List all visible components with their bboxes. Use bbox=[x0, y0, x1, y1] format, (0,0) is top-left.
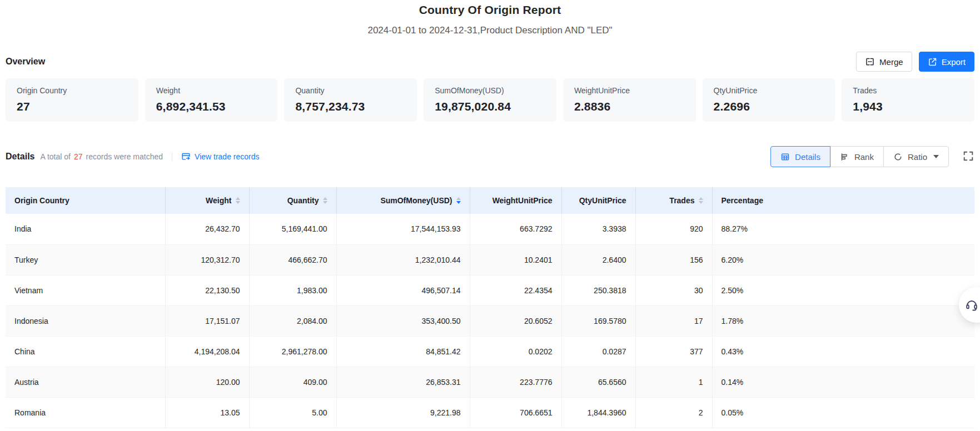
cell-weight: 22,130.50 bbox=[165, 275, 249, 305]
cell-sum_usd: 84,851.42 bbox=[336, 336, 470, 367]
toolbar-actions: Merge Export bbox=[856, 52, 974, 72]
table-icon bbox=[780, 152, 790, 162]
cell-trades: 377 bbox=[635, 336, 712, 367]
stat-card-label: QtyUnitPrice bbox=[714, 86, 824, 95]
details-heading: Details bbox=[6, 152, 34, 162]
column-label: Trades bbox=[669, 196, 694, 205]
cell-qty_unit_price: 2.6400 bbox=[561, 244, 635, 275]
cell-country: Romania bbox=[6, 397, 165, 428]
sort-carets-icon bbox=[456, 197, 461, 204]
cell-quantity: 466,662.70 bbox=[249, 244, 336, 275]
summary-prefix: A total of bbox=[40, 152, 70, 161]
cell-percentage: 2.50% bbox=[712, 275, 974, 305]
stat-card: Trades1,943 bbox=[842, 78, 974, 122]
overview-heading: Overview bbox=[6, 57, 45, 67]
view-trade-records-link[interactable]: View trade records bbox=[181, 152, 259, 162]
cell-qty_unit_price: 65.6560 bbox=[561, 367, 635, 397]
cell-trades: 2 bbox=[635, 397, 712, 428]
stat-card: SumOfMoney(USD)19,875,020.84 bbox=[424, 78, 556, 122]
vertical-divider bbox=[172, 152, 172, 161]
table-row: Austria120.00409.0026,853.31223.777665.6… bbox=[6, 367, 974, 397]
merge-button[interactable]: Merge bbox=[856, 52, 912, 72]
fullscreen-expand-icon bbox=[962, 150, 974, 164]
cell-trades: 1 bbox=[635, 367, 712, 397]
cell-weight: 120,312.70 bbox=[165, 244, 249, 275]
cell-weight: 120.00 bbox=[165, 367, 249, 397]
tab-rank[interactable]: Rank bbox=[830, 146, 884, 167]
cell-weight_unit_price: 0.0202 bbox=[470, 336, 561, 367]
details-table: Origin CountryWeightQuantitySumOfMoney(U… bbox=[6, 187, 974, 428]
stat-card-value: 6,892,341.53 bbox=[156, 100, 267, 113]
cell-quantity: 5.00 bbox=[249, 397, 336, 428]
merge-button-label: Merge bbox=[879, 57, 903, 67]
column-label: QtyUnitPrice bbox=[579, 196, 626, 205]
merge-cells-icon bbox=[865, 57, 875, 67]
details-bar: Details A total of 27 records were match… bbox=[0, 146, 980, 167]
cell-trades: 920 bbox=[635, 214, 712, 244]
stat-card-value: 19,875,020.84 bbox=[435, 100, 545, 113]
stat-card: Origin Country27 bbox=[6, 78, 138, 122]
view-mode-tab-group: DetailsRankRatio bbox=[770, 146, 949, 167]
cell-weight: 17,151.07 bbox=[165, 305, 249, 336]
cell-country: China bbox=[6, 336, 165, 367]
column-header-trades[interactable]: Trades bbox=[635, 187, 712, 214]
overview-section-bar: Overview Merge Export bbox=[0, 52, 980, 72]
table-head: Origin CountryWeightQuantitySumOfMoney(U… bbox=[6, 187, 974, 214]
export-button-label: Export bbox=[942, 57, 966, 67]
records-summary: A total of 27 records were matched bbox=[40, 152, 163, 161]
cell-weight: 13.05 bbox=[165, 397, 249, 428]
stat-card-label: Trades bbox=[853, 86, 963, 95]
cell-quantity: 1,983.00 bbox=[249, 275, 336, 305]
cell-qty_unit_price: 0.0287 bbox=[561, 336, 635, 367]
cell-sum_usd: 353,400.50 bbox=[336, 305, 470, 336]
table-row: Vietnam22,130.501,983.00496,507.1422.435… bbox=[6, 275, 974, 305]
tab-label: Rank bbox=[854, 152, 874, 162]
cell-qty_unit_price: 169.5780 bbox=[561, 305, 635, 336]
summary-suffix: records were matched bbox=[86, 152, 163, 161]
page-subtitle: 2024-01-01 to 2024-12-31,Product Descrip… bbox=[0, 25, 980, 36]
stat-card-label: Quantity bbox=[295, 86, 406, 95]
column-header-weight_unit_price: WeightUnitPrice bbox=[470, 187, 561, 214]
column-header-qty_unit_price: QtyUnitPrice bbox=[561, 187, 635, 214]
tab-ratio[interactable]: Ratio bbox=[883, 146, 949, 167]
cell-quantity: 5,169,441.00 bbox=[249, 214, 336, 244]
cell-percentage: 0.05% bbox=[712, 397, 974, 428]
stat-card-value: 2.8836 bbox=[574, 100, 685, 113]
cell-weight: 4,194,208.04 bbox=[165, 336, 249, 367]
stat-card-label: WeightUnitPrice bbox=[574, 86, 685, 95]
cell-trades: 17 bbox=[635, 305, 712, 336]
report-header: Country Of Origin Report 2024-01-01 to 2… bbox=[0, 0, 980, 36]
stat-card-label: Weight bbox=[156, 86, 267, 95]
column-header-percentage: Percentage bbox=[712, 187, 974, 214]
column-header-quantity[interactable]: Quantity bbox=[249, 187, 336, 214]
column-header-sum_usd[interactable]: SumOfMoney(USD) bbox=[336, 187, 470, 214]
tab-details[interactable]: Details bbox=[770, 146, 830, 167]
table-row: Turkey120,312.70466,662.701,232,010.4410… bbox=[6, 244, 974, 275]
column-header-weight[interactable]: Weight bbox=[165, 187, 249, 214]
cell-percentage: 88.27% bbox=[712, 214, 974, 244]
view-trade-records-label: View trade records bbox=[195, 152, 259, 161]
column-label: Weight bbox=[206, 196, 231, 205]
column-label: Origin Country bbox=[14, 196, 69, 205]
cell-trades: 30 bbox=[635, 275, 712, 305]
export-icon bbox=[928, 57, 937, 67]
table-row: Romania13.055.009,221.98706.66511,844.39… bbox=[6, 397, 974, 428]
ratio-icon bbox=[893, 152, 903, 162]
cell-weight_unit_price: 20.6052 bbox=[470, 305, 561, 336]
stat-card: QtyUnitPrice2.2696 bbox=[703, 78, 835, 122]
table-row: India26,432.705,169,441.0017,544,153.936… bbox=[6, 214, 974, 244]
column-label: WeightUnitPrice bbox=[493, 196, 553, 205]
details-table-wrap: Origin CountryWeightQuantitySumOfMoney(U… bbox=[0, 187, 980, 428]
details-bar-right: DetailsRankRatio bbox=[770, 146, 974, 167]
fullscreen-button[interactable] bbox=[962, 150, 974, 164]
chevron-down-icon bbox=[933, 155, 939, 158]
cell-country: Austria bbox=[6, 367, 165, 397]
table-row: China4,194,208.042,961,278.0084,851.420.… bbox=[6, 336, 974, 367]
cell-weight_unit_price: 22.4354 bbox=[470, 275, 561, 305]
export-button[interactable]: Export bbox=[919, 52, 974, 72]
sort-carets-icon bbox=[323, 197, 327, 204]
matched-count: 27 bbox=[74, 152, 83, 161]
details-bar-left: Details A total of 27 records were match… bbox=[6, 152, 260, 162]
cell-country: Indonesia bbox=[6, 305, 165, 336]
cell-qty_unit_price: 250.3818 bbox=[561, 275, 635, 305]
